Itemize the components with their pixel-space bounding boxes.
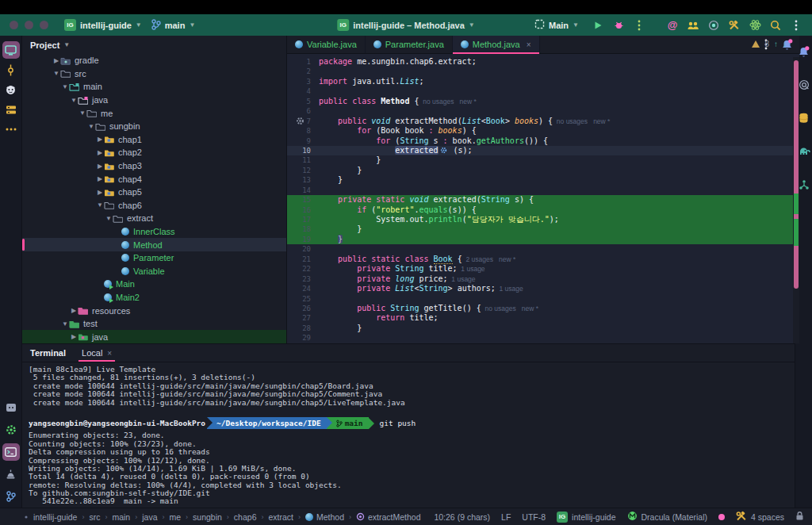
caret-position-widget[interactable]: 10:26 (9 chars) (434, 512, 490, 522)
scrollbar-thumb[interactable] (794, 60, 799, 289)
chevron-down-icon[interactable]: ▼ (96, 201, 104, 209)
editor-scrollbar[interactable] (793, 57, 799, 343)
run-window-icon[interactable] (2, 399, 20, 416)
breadcrumb-item-chap6[interactable]: chap6 (234, 512, 257, 522)
line-separator-widget[interactable]: LF (501, 512, 511, 522)
chevron-right-icon[interactable]: ▶ (52, 57, 60, 64)
tree-item-method[interactable]: Method (22, 238, 286, 251)
breadcrumb-item-main[interactable]: main (112, 512, 130, 522)
search-icon[interactable] (769, 19, 782, 32)
project-widget[interactable]: IG intellij-guide ▼ (59, 17, 147, 33)
gutter-gear-icon[interactable] (296, 117, 304, 125)
window-controls[interactable] (10, 21, 48, 29)
tree-item-gradle[interactable]: ▶gradle (22, 54, 286, 67)
tree-item-innerclass[interactable]: InnerClass (22, 225, 286, 239)
chevron-down-icon[interactable]: ▼ (61, 83, 69, 90)
tree-item-test[interactable]: ▼test (22, 317, 286, 331)
chevron-right-icon[interactable]: ▶ (96, 163, 104, 170)
terminal-output[interactable]: [main 88c1ea9] Live Template 5 files cha… (22, 362, 795, 524)
project-status-widget[interactable]: IG intellij-guide (557, 512, 615, 523)
editor-tab-method-java[interactable]: Method.java× (453, 36, 540, 53)
project-icon[interactable] (2, 41, 20, 59)
tree-item-chap5[interactable]: ▶chap5 (22, 186, 286, 199)
editor-tab-parameter-java[interactable]: Parameter.java (366, 36, 453, 53)
code-with-me-icon[interactable] (687, 19, 699, 32)
event-indicator-icon[interactable] (718, 514, 725, 520)
atom-icon[interactable] (749, 19, 761, 32)
record-icon[interactable] (707, 19, 720, 32)
zoom-window-icon[interactable] (40, 21, 48, 29)
close-window-icon[interactable] (10, 21, 18, 29)
build-tools-icon[interactable] (728, 19, 741, 32)
chevron-right-icon[interactable]: ▶ (96, 189, 104, 196)
chevron-right-icon[interactable]: ▶ (96, 136, 104, 143)
tree-item-chap3[interactable]: ▶chap3 (22, 159, 286, 173)
tree-item-java[interactable]: ▶java (22, 330, 286, 343)
kebab-icon[interactable] (790, 19, 802, 32)
chevron-down-icon[interactable]: ▼ (87, 123, 95, 130)
run-button[interactable] (592, 19, 604, 32)
more-tool-windows-icon[interactable] (2, 121, 20, 138)
branch-widget[interactable]: main ▼ (147, 17, 201, 33)
tree-item-main[interactable]: ▼main (22, 80, 286, 94)
breadcrumb-item-extractmethod[interactable]: extractMethod (356, 512, 421, 522)
tree-item-chap4[interactable]: ▶chap4 (22, 172, 286, 186)
problems-icon[interactable] (2, 466, 20, 483)
more-run-actions-icon[interactable] (633, 19, 645, 32)
commit-icon[interactable] (2, 61, 20, 79)
tree-item-chap2[interactable]: ▶chap2 (22, 146, 286, 159)
breadcrumb-item-intellij-guide[interactable]: intellij-guide (33, 512, 77, 522)
lock-icon[interactable] (795, 511, 804, 523)
terminal-tab-local[interactable]: Local × (79, 344, 115, 362)
chevron-down-icon[interactable]: ▼ (79, 109, 86, 117)
close-tab-icon[interactable]: × (107, 349, 112, 358)
breadcrumb-item-src[interactable]: src (89, 512, 100, 522)
theme-widget[interactable]: Dracula (Material) (627, 511, 707, 523)
chevron-down-icon[interactable]: ▼ (61, 320, 69, 328)
chevron-right-icon[interactable]: ▶ (96, 175, 104, 182)
chevron-down-icon[interactable]: ▼ (105, 215, 113, 222)
previous-warning-arrow[interactable]: ↑ (774, 40, 778, 48)
close-tab-icon[interactable]: × (527, 40, 531, 49)
debug-button[interactable] (612, 19, 625, 32)
encoding-widget[interactable]: UTF-8 (522, 512, 546, 522)
tree-item-chap1[interactable]: ▶chap1 (22, 133, 286, 147)
minimize-window-icon[interactable] (25, 21, 33, 29)
breadcrumb-item-java[interactable]: java (142, 512, 157, 522)
code-editor[interactable]: 1package me.sungbin.chap6.extract;23impo… (287, 57, 793, 343)
at-icon[interactable]: @ (666, 19, 679, 32)
services-gear-icon[interactable] (2, 421, 20, 439)
intention-gear-icon[interactable] (440, 147, 447, 154)
tree-item-resources[interactable]: ▶resources (22, 304, 286, 317)
terminal-icon[interactable] (2, 443, 20, 461)
tree-item-extract[interactable]: ▼extract (22, 212, 286, 225)
next-warning-arrow[interactable]: ↓ (783, 40, 787, 48)
breadcrumb-item-extract[interactable]: extract (268, 512, 293, 522)
tree-item-src[interactable]: ▼src (22, 67, 286, 81)
breadcrumb-item-sungbin[interactable]: sungbin (193, 512, 222, 522)
version-control-icon[interactable] (2, 488, 20, 505)
breadcrumb-item-method[interactable]: Method (305, 512, 344, 522)
terminal-title[interactable]: Terminal (30, 348, 66, 358)
tree-item-main[interactable]: Main (22, 278, 286, 291)
tree-item-chap6[interactable]: ▼chap6 (22, 199, 286, 213)
project-pane-header[interactable]: Project ▼ (22, 36, 286, 54)
run-configuration-selector[interactable]: Main ▼ (530, 17, 584, 33)
chevron-down-icon[interactable]: ▼ (70, 97, 78, 104)
github-pull-requests-icon[interactable] (2, 81, 20, 98)
inspections-widget[interactable]: 8 ↑ ↓ (752, 40, 787, 48)
structure-icon[interactable] (2, 101, 20, 118)
chevron-right-icon[interactable]: ▶ (70, 333, 78, 340)
tree-item-parameter[interactable]: Parameter (22, 251, 286, 265)
tree-item-java[interactable]: ▼java (22, 94, 286, 107)
tree-item-main2[interactable]: Main2 (22, 291, 286, 305)
window-title-widget[interactable]: IG intellij-guide – Method.java ▼ (337, 14, 475, 36)
chevron-right-icon[interactable]: ▶ (70, 307, 78, 314)
editor-tab-variable-java[interactable]: Variable.java (287, 36, 366, 53)
breadcrumb-item-me[interactable]: me (169, 512, 181, 522)
chevron-down-icon[interactable]: ▼ (52, 70, 60, 77)
tree-item-me[interactable]: ▼me (22, 106, 286, 120)
chevron-right-icon[interactable]: ▶ (96, 149, 104, 156)
tree-item-variable[interactable]: Variable (22, 265, 286, 278)
indent-widget[interactable]: 4 spaces (736, 511, 784, 523)
